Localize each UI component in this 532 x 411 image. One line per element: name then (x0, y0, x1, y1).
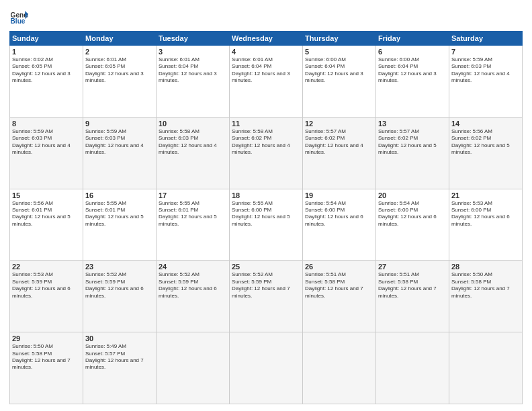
day-number: 29 (12, 334, 81, 342)
calendar-week-3: 15Sunrise: 5:56 AMSunset: 6:01 PMDayligh… (10, 189, 523, 261)
calendar-cell: 29Sunrise: 5:50 AMSunset: 5:58 PMDayligh… (10, 332, 83, 404)
day-number: 5 (305, 48, 373, 56)
calendar-cell (230, 332, 303, 404)
calendar-cell: 28Sunrise: 5:50 AMSunset: 5:58 PMDayligh… (449, 261, 523, 332)
calendar-cell: 21Sunrise: 5:53 AMSunset: 6:00 PMDayligh… (449, 189, 523, 261)
day-number: 11 (232, 120, 300, 128)
calendar-week-2: 8Sunrise: 5:59 AMSunset: 6:03 PMDaylight… (10, 117, 523, 189)
cell-info: Sunrise: 5:57 AMSunset: 6:02 PMDaylight:… (305, 128, 373, 156)
calendar-table: SundayMondayTuesdayWednesdayThursdayFrid… (9, 31, 523, 404)
day-number: 22 (12, 263, 81, 271)
cell-info: Sunrise: 5:53 AMSunset: 6:00 PMDaylight:… (451, 200, 520, 228)
cell-info: Sunrise: 5:57 AMSunset: 6:02 PMDaylight:… (378, 128, 447, 156)
calendar-cell: 20Sunrise: 5:54 AMSunset: 6:00 PMDayligh… (376, 189, 449, 261)
cell-info: Sunrise: 5:59 AMSunset: 6:03 PMDaylight:… (451, 56, 520, 85)
cell-info: Sunrise: 5:50 AMSunset: 5:58 PMDaylight:… (12, 343, 81, 371)
cell-info: Sunrise: 5:55 AMSunset: 6:00 PMDaylight:… (232, 200, 300, 228)
calendar-header-thursday: Thursday (303, 32, 376, 46)
calendar-cell: 19Sunrise: 5:54 AMSunset: 6:00 PMDayligh… (303, 189, 376, 261)
calendar-cell: 8Sunrise: 5:59 AMSunset: 6:03 PMDaylight… (10, 117, 83, 189)
cell-info: Sunrise: 5:54 AMSunset: 6:00 PMDaylight:… (378, 200, 447, 228)
calendar-cell: 23Sunrise: 5:52 AMSunset: 5:59 PMDayligh… (83, 261, 157, 332)
day-number: 2 (85, 48, 154, 56)
day-number: 4 (232, 48, 300, 56)
calendar-cell: 13Sunrise: 5:57 AMSunset: 6:02 PMDayligh… (376, 117, 449, 189)
cell-info: Sunrise: 5:52 AMSunset: 5:59 PMDaylight:… (232, 271, 300, 300)
cell-info: Sunrise: 6:00 AMSunset: 6:04 PMDaylight:… (305, 56, 373, 85)
day-number: 9 (85, 120, 154, 128)
day-number: 15 (12, 191, 81, 199)
cell-info: Sunrise: 5:51 AMSunset: 5:58 PMDaylight:… (378, 271, 447, 300)
cell-info: Sunrise: 6:02 AMSunset: 6:05 PMDaylight:… (12, 56, 81, 85)
calendar-header-tuesday: Tuesday (157, 32, 230, 46)
calendar-cell: 26Sunrise: 5:51 AMSunset: 5:58 PMDayligh… (303, 261, 376, 332)
calendar-cell (449, 332, 523, 404)
cell-info: Sunrise: 5:55 AMSunset: 6:01 PMDaylight:… (85, 200, 154, 228)
cell-info: Sunrise: 5:56 AMSunset: 6:02 PMDaylight:… (451, 128, 520, 156)
calendar-cell: 11Sunrise: 5:58 AMSunset: 6:02 PMDayligh… (230, 117, 303, 189)
day-number: 7 (451, 48, 520, 56)
day-number: 6 (378, 48, 447, 56)
calendar-cell: 25Sunrise: 5:52 AMSunset: 5:59 PMDayligh… (230, 261, 303, 332)
day-number: 8 (12, 120, 81, 128)
day-number: 28 (451, 263, 520, 271)
day-number: 10 (159, 120, 227, 128)
cell-info: Sunrise: 5:58 AMSunset: 6:02 PMDaylight:… (232, 128, 300, 156)
calendar-cell: 22Sunrise: 5:53 AMSunset: 5:59 PMDayligh… (10, 261, 83, 332)
calendar-week-4: 22Sunrise: 5:53 AMSunset: 5:59 PMDayligh… (10, 261, 523, 332)
calendar-week-1: 1Sunrise: 6:02 AMSunset: 6:05 PMDaylight… (10, 46, 523, 118)
calendar-cell: 16Sunrise: 5:55 AMSunset: 6:01 PMDayligh… (83, 189, 157, 261)
calendar-cell: 15Sunrise: 5:56 AMSunset: 6:01 PMDayligh… (10, 189, 83, 261)
logo: General Blue (9, 7, 28, 26)
cell-info: Sunrise: 5:56 AMSunset: 6:01 PMDaylight:… (12, 200, 81, 228)
cell-info: Sunrise: 5:52 AMSunset: 5:59 PMDaylight:… (159, 271, 227, 300)
cell-info: Sunrise: 5:59 AMSunset: 6:03 PMDaylight:… (85, 128, 154, 156)
calendar-header-sunday: Sunday (10, 32, 83, 46)
svg-text:Blue: Blue (11, 17, 26, 25)
day-number: 14 (451, 120, 520, 128)
day-number: 1 (12, 48, 81, 56)
header: General Blue (9, 7, 523, 26)
cell-info: Sunrise: 5:58 AMSunset: 6:03 PMDaylight:… (159, 128, 227, 156)
calendar-cell: 14Sunrise: 5:56 AMSunset: 6:02 PMDayligh… (449, 117, 523, 189)
calendar-cell: 1Sunrise: 6:02 AMSunset: 6:05 PMDaylight… (10, 46, 83, 118)
calendar-cell: 3Sunrise: 6:01 AMSunset: 6:04 PMDaylight… (157, 46, 230, 118)
cell-info: Sunrise: 5:55 AMSunset: 6:01 PMDaylight:… (159, 200, 227, 228)
calendar-cell: 27Sunrise: 5:51 AMSunset: 5:58 PMDayligh… (376, 261, 449, 332)
calendar-header-wednesday: Wednesday (230, 32, 303, 46)
calendar-cell: 9Sunrise: 5:59 AMSunset: 6:03 PMDaylight… (83, 117, 157, 189)
calendar-cell: 7Sunrise: 5:59 AMSunset: 6:03 PMDaylight… (449, 46, 523, 118)
day-number: 20 (378, 191, 447, 199)
day-number: 30 (85, 334, 154, 342)
day-number: 3 (159, 48, 227, 56)
calendar-cell: 17Sunrise: 5:55 AMSunset: 6:01 PMDayligh… (157, 189, 230, 261)
day-number: 13 (378, 120, 447, 128)
cell-info: Sunrise: 5:49 AMSunset: 5:57 PMDaylight:… (85, 343, 154, 371)
cell-info: Sunrise: 6:01 AMSunset: 6:05 PMDaylight:… (85, 56, 154, 85)
day-number: 24 (159, 263, 227, 271)
calendar-cell: 12Sunrise: 5:57 AMSunset: 6:02 PMDayligh… (303, 117, 376, 189)
calendar-cell (303, 332, 376, 404)
calendar-cell (376, 332, 449, 404)
day-number: 27 (378, 263, 447, 271)
cell-info: Sunrise: 5:53 AMSunset: 5:59 PMDaylight:… (12, 271, 81, 300)
calendar-cell: 4Sunrise: 6:01 AMSunset: 6:04 PMDaylight… (230, 46, 303, 118)
page: General Blue SundayMondayTuesdayWednesda… (0, 0, 532, 411)
day-number: 26 (305, 263, 373, 271)
calendar-cell: 5Sunrise: 6:00 AMSunset: 6:04 PMDaylight… (303, 46, 376, 118)
calendar-cell: 24Sunrise: 5:52 AMSunset: 5:59 PMDayligh… (157, 261, 230, 332)
day-number: 23 (85, 263, 154, 271)
day-number: 21 (451, 191, 520, 199)
cell-info: Sunrise: 5:50 AMSunset: 5:58 PMDaylight:… (451, 271, 520, 300)
calendar-cell: 18Sunrise: 5:55 AMSunset: 6:00 PMDayligh… (230, 189, 303, 261)
calendar-cell: 6Sunrise: 6:00 AMSunset: 6:04 PMDaylight… (376, 46, 449, 118)
day-number: 12 (305, 120, 373, 128)
day-number: 16 (85, 191, 154, 199)
calendar-header-friday: Friday (376, 32, 449, 46)
day-number: 25 (232, 263, 300, 271)
calendar-header-row: SundayMondayTuesdayWednesdayThursdayFrid… (10, 32, 523, 46)
calendar-header-saturday: Saturday (449, 32, 523, 46)
cell-info: Sunrise: 5:52 AMSunset: 5:59 PMDaylight:… (85, 271, 154, 300)
calendar-cell: 30Sunrise: 5:49 AMSunset: 5:57 PMDayligh… (83, 332, 157, 404)
cell-info: Sunrise: 5:59 AMSunset: 6:03 PMDaylight:… (12, 128, 81, 156)
